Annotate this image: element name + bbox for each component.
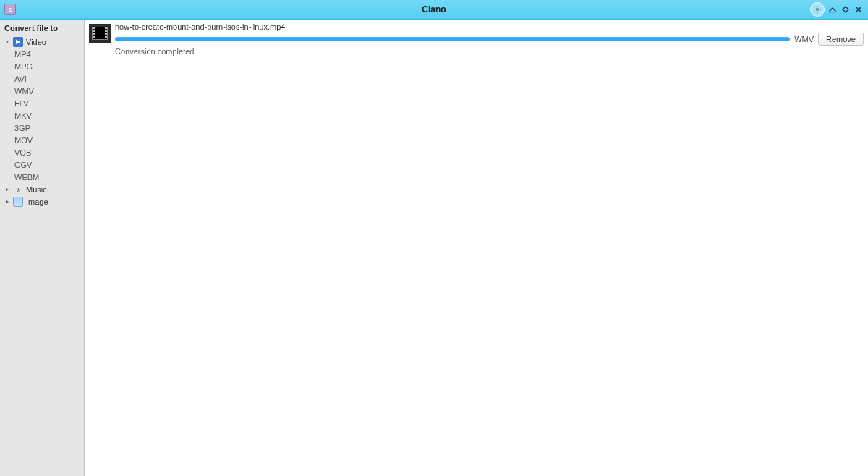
image-icon <box>13 197 23 207</box>
progress-row: WMV Remove <box>115 33 864 46</box>
gear-icon[interactable] <box>810 2 825 17</box>
sidebar-item-ogv[interactable]: OGV <box>0 158 84 171</box>
titlebar: c Ciano <box>0 0 868 20</box>
file-name: how-to-create-mount-and-burn-isos-in-lin… <box>115 22 864 31</box>
sidebar-category-label: Video <box>26 38 46 46</box>
app-title: Ciano <box>422 4 446 14</box>
sidebar-item-webm[interactable]: WEBM <box>0 171 84 183</box>
svg-point-0 <box>817 9 819 11</box>
window-controls <box>810 2 868 17</box>
chevron-right-icon: ▸ <box>4 186 10 192</box>
sidebar-item-3gp[interactable]: 3GP <box>0 122 84 134</box>
sidebar-item-mkv[interactable]: MKV <box>0 109 84 122</box>
close-icon[interactable] <box>854 2 864 17</box>
sidebar-item-mov[interactable]: MOV <box>0 134 84 146</box>
conversion-info: how-to-create-mount-and-burn-isos-in-lin… <box>115 22 864 56</box>
conversion-row: how-to-create-mount-and-burn-isos-in-lin… <box>89 22 864 56</box>
sidebar-category-label: Music <box>26 185 47 194</box>
chevron-down-icon: ▾ <box>4 38 10 45</box>
content-area: how-to-create-mount-and-burn-isos-in-lin… <box>85 20 868 476</box>
target-format-label: WMV <box>794 35 814 43</box>
progress-bar <box>115 37 790 41</box>
sidebar-category-music[interactable]: ▸ ♪ Music <box>0 183 84 195</box>
restore-icon[interactable] <box>841 2 851 17</box>
video-file-icon <box>89 24 111 43</box>
sidebar-item-vob[interactable]: VOB <box>0 146 84 158</box>
music-icon: ♪ <box>13 184 23 195</box>
sidebar-category-video[interactable]: ▾ ▶ Video <box>0 35 84 48</box>
sidebar-heading: Convert file to <box>0 22 84 35</box>
status-text: Conversion completed <box>115 47 864 56</box>
sidebar-item-mpg[interactable]: MPG <box>0 60 84 72</box>
minimize-icon[interactable] <box>827 2 838 17</box>
app-icon: c <box>4 4 16 15</box>
sidebar-item-wmv[interactable]: WMV <box>0 85 84 97</box>
sidebar-item-avi[interactable]: AVI <box>0 72 84 85</box>
chevron-right-icon: ▸ <box>4 198 10 205</box>
svg-rect-1 <box>830 12 835 12</box>
sidebar-item-mp4[interactable]: MP4 <box>0 48 84 60</box>
remove-button[interactable]: Remove <box>818 33 864 46</box>
sidebar-item-flv[interactable]: FLV <box>0 97 84 109</box>
sidebar: Convert file to ▾ ▶ Video MP4 MPG AVI WM… <box>0 20 85 476</box>
video-icon: ▶ <box>13 37 23 47</box>
sidebar-category-image[interactable]: ▸ Image <box>0 195 84 208</box>
sidebar-category-label: Image <box>26 197 48 206</box>
